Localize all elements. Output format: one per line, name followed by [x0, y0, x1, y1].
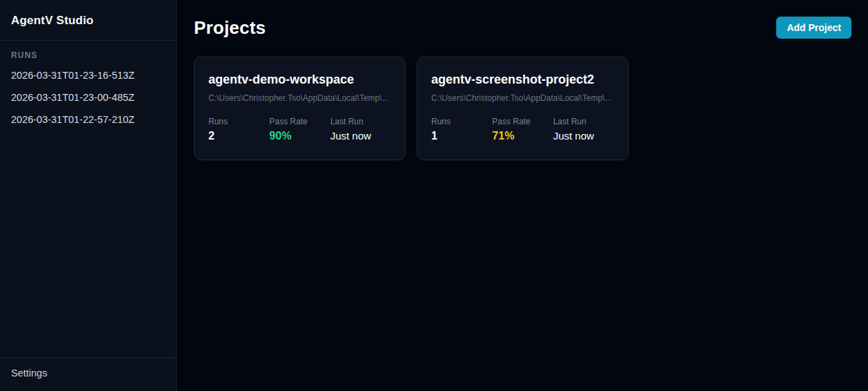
app-window: AgentV Studio RUNS 2026-03-31T01-23-16-5…	[0, 0, 868, 391]
project-name: agentv-demo-workspace	[208, 73, 391, 87]
sidebar-item-settings[interactable]: Settings	[11, 368, 165, 379]
stat-pass-rate-label: Pass Rate	[492, 117, 553, 126]
stat-runs-value: 2	[208, 130, 269, 142]
sidebar-run-item-1[interactable]: 2026-03-31T01-23-16-513Z	[11, 64, 165, 86]
main-content: Projects Add Project agentv-demo-workspa…	[177, 0, 868, 391]
stat-runs-label: Runs	[431, 117, 492, 126]
stat-last-run: Last Run Just now	[331, 117, 391, 142]
project-path: C:\Users\Christopher.Tso\AppData\Local\T…	[431, 93, 614, 103]
runs-section-label: RUNS	[11, 50, 165, 60]
stat-runs: Runs 1	[431, 117, 492, 142]
sidebar-footer: Settings	[0, 357, 176, 391]
stat-last-run-value: Just now	[331, 130, 391, 142]
project-card-grid: agentv-demo-workspace C:\Users\Christoph…	[194, 57, 851, 160]
project-card-agentv-demo-workspace[interactable]: agentv-demo-workspace C:\Users\Christoph…	[194, 57, 406, 160]
app-title: AgentV Studio	[11, 14, 165, 28]
stat-last-run-label: Last Run	[331, 117, 391, 126]
stat-last-run-label: Last Run	[553, 117, 614, 126]
stat-runs-label: Runs	[208, 117, 269, 126]
project-card-agentv-screenshot-project2[interactable]: agentv-screenshot-project2 C:\Users\Chri…	[417, 57, 629, 160]
add-project-button[interactable]: Add Project	[776, 17, 851, 39]
project-path: C:\Users\Christopher.Tso\AppData\Local\T…	[208, 93, 391, 103]
stat-last-run-value: Just now	[553, 130, 614, 142]
project-name: agentv-screenshot-project2	[431, 73, 614, 87]
stat-runs: Runs 2	[208, 117, 269, 142]
stat-pass-rate-label: Pass Rate	[269, 117, 330, 126]
project-stats: Runs 1 Pass Rate 71% Last Run Just now	[431, 117, 614, 142]
project-stats: Runs 2 Pass Rate 90% Last Run Just now	[208, 117, 391, 142]
stat-pass-rate: Pass Rate 71%	[492, 117, 553, 142]
main-header: Projects Add Project	[194, 17, 851, 39]
stat-pass-rate-value: 90%	[269, 130, 330, 142]
sidebar-run-item-2[interactable]: 2026-03-31T01-23-00-485Z	[11, 86, 165, 108]
page-title: Projects	[194, 17, 266, 39]
stat-pass-rate: Pass Rate 90%	[269, 117, 330, 142]
sidebar: AgentV Studio RUNS 2026-03-31T01-23-16-5…	[0, 0, 177, 391]
sidebar-header: AgentV Studio	[0, 0, 176, 41]
runs-section: RUNS 2026-03-31T01-23-16-513Z 2026-03-31…	[0, 41, 176, 357]
stat-pass-rate-value: 71%	[492, 130, 553, 142]
sidebar-run-item-3[interactable]: 2026-03-31T01-22-57-210Z	[11, 108, 165, 131]
stat-runs-value: 1	[431, 130, 492, 142]
stat-last-run: Last Run Just now	[553, 117, 614, 142]
